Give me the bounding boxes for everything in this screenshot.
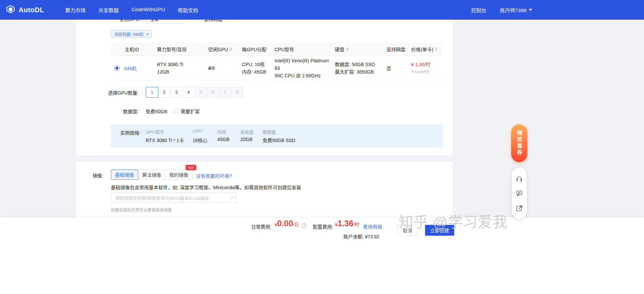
per-gpu-cpu: CPU: 16核 [242, 61, 269, 68]
autodl-logo-icon [5, 4, 16, 16]
fee-detail-link[interactable]: 费用明细 [363, 223, 382, 230]
free-gpu-used: 4 [208, 65, 211, 71]
tab-base-image[interactable]: 基础镜像 [111, 170, 138, 180]
account-balance: 账户余额: ¥73.82 [343, 233, 380, 240]
gpu-count-8: 8 [231, 87, 244, 98]
gpu-count-6: 6 [207, 87, 219, 98]
price-current: ¥ 1.36/时 [411, 61, 443, 68]
tab-my-image-label: 我的镜像 [169, 171, 188, 178]
sort-icon[interactable] [229, 47, 232, 51]
user-menu[interactable]: 炼丹师7398 [500, 6, 532, 14]
nav-item-market[interactable]: 算力市场 [65, 6, 85, 14]
gpu-count-4[interactable]: 4 [182, 87, 195, 98]
instance-spec-box: 实例规格: GPU型号 RTX 3080 Ti * 1卡 CPU 16核心 内存… [111, 124, 443, 148]
spec-gpu-model-name: GPU型号 [146, 129, 164, 135]
nav-item-help-docs[interactable]: 帮助文档 [178, 6, 198, 14]
tab-my-image[interactable]: 我的镜像 [165, 170, 193, 180]
tab-algo-image[interactable]: 算法镜像 [138, 170, 165, 180]
disk-data: 数据盘: 50GB SSD [335, 61, 381, 68]
chevron-down-icon [230, 195, 234, 199]
config-fee-value: 1.36 [338, 219, 354, 228]
gpu-count-2[interactable]: 2 [158, 87, 170, 98]
spec-system-disk-value: 20GB [240, 137, 253, 142]
expand-disk-checkbox[interactable] [173, 109, 178, 113]
cell-host-id: 048机 [111, 65, 152, 72]
instance-spec-label: 实例规格: [120, 129, 141, 136]
th-disk[interactable]: 硬盘 [329, 46, 381, 53]
account-balance-value: ¥73.82 [365, 234, 380, 239]
tag-close-icon[interactable]: × [146, 32, 149, 36]
config-fee-amount: ¥ 1.36 /时 [335, 219, 359, 228]
daily-fee-unit: /日 [293, 221, 299, 228]
coupon-button[interactable]: 领优惠券 [511, 124, 527, 162]
th-disk-label: 硬盘 [335, 46, 344, 53]
net-disk-value: 否 [386, 66, 391, 71]
th-net-disk: 支持网盘 [381, 46, 406, 53]
cell-per-gpu: CPU: 16核 内存: 45GB [237, 61, 269, 76]
brand-link[interactable]: AutoDL [5, 4, 44, 16]
create-button[interactable]: 立即创建 [425, 225, 454, 236]
per-gpu-mem: 内存: 45GB [242, 68, 269, 76]
config-fee-label: 配置费用: [313, 223, 333, 230]
framework-select-placeholder: 请选择框架名称/框架版本/Python版本/Cuda版本 [115, 195, 209, 201]
th-price-label: 价格(单卡) [411, 46, 433, 53]
host-table-header: 主机ID 算力型号/显存 空闲GPU 每GPU分配 CPU型号 硬盘 支持网盘 … [111, 42, 443, 56]
cell-cpu-model: Intel(R) Xeon(R) Platinum 83 50C CPU @ 2… [269, 57, 329, 79]
image-label: 镜像: [76, 172, 103, 179]
cell-free-gpu: 4/8 [203, 65, 237, 71]
daily-fee-amount: ¥ 0.00 /日 [275, 219, 299, 228]
framework-select[interactable]: 请选择框架名称/框架版本/Python版本/Cuda版本 [111, 193, 236, 203]
current-machine-tag-label: 当前机器: 048机 [114, 31, 144, 37]
current-machine-tag: 当前机器: 048机 × [111, 30, 152, 38]
console-link[interactable]: 控制台 [471, 6, 486, 14]
free-gpu-total: /8 [211, 65, 215, 71]
expand-disk-checkbox-label: 需要扩容 [181, 108, 200, 115]
config-fee-unit: /时 [354, 221, 360, 228]
host-radio[interactable] [114, 65, 120, 71]
cell-price: ¥ 1.36/时 ¥ 1.43/时 [406, 61, 443, 76]
gpu-count-options: 1 2 3 4 5 6 7 8 [146, 87, 244, 98]
data-disk-label: 数据盘: [76, 108, 139, 115]
side-toolbar [512, 168, 527, 219]
compose-icon[interactable] [516, 204, 523, 212]
th-price[interactable]: 价格(单卡) [406, 46, 443, 53]
th-gpu-model: 算力型号/显存 [152, 46, 203, 53]
customer-service-icon[interactable] [516, 175, 523, 182]
disk-expand: 最大扩容: 3850GB [335, 68, 381, 76]
gpu-count-1[interactable]: 1 [146, 87, 158, 98]
nav-item-shared-data[interactable]: 共享数据 [98, 6, 119, 14]
daily-fee-value: 0.00 [277, 219, 293, 228]
tab-algo-image-label: 算法镜像 [142, 171, 161, 178]
spec-cpu-name: CPU [193, 129, 202, 134]
spec-data-disk-value: 免费50GB SSD [263, 137, 295, 143]
data-disk-value: 免费50GB [146, 108, 167, 115]
th-host-id-label: 主机ID [125, 46, 139, 53]
gpu-count-3[interactable]: 3 [170, 87, 183, 98]
th-free-gpu[interactable]: 空闲GPU [203, 46, 237, 53]
account-balance-label: 账户余额: [343, 234, 364, 239]
sort-icon[interactable] [346, 47, 349, 51]
th-per-gpu: 每GPU分配 [237, 46, 269, 53]
gpu-model-vram: 12GB [157, 68, 203, 76]
cell-net-disk: 否 [381, 65, 406, 72]
missing-env-link[interactable]: 没有我要的环境? [196, 172, 232, 179]
host-table: 主机ID 算力型号/显存 空闲GPU 每GPU分配 CPU型号 硬盘 支持网盘 … [111, 42, 443, 80]
cpu-model-line1: Intel(R) Xeon(R) Platinum 83 [275, 57, 329, 72]
sort-icon[interactable] [435, 47, 438, 51]
spec-data-disk-name: 数据盘 [263, 129, 276, 135]
th-per-gpu-label: 每GPU分配 [242, 46, 266, 53]
username: 炼丹师7398 [500, 6, 526, 14]
coupon-label: 领优惠券 [516, 130, 523, 156]
host-id-link[interactable]: 048机 [124, 65, 137, 72]
hot-badge: hot [186, 165, 196, 170]
cell-disk: 数据盘: 50GB SSD 最大扩容: 3850GB [329, 61, 381, 76]
spec-system-disk-name: 系统盘 [240, 129, 254, 135]
th-cpu-model-label: CPU型号 [275, 46, 294, 53]
help-icon[interactable]: ? [302, 223, 307, 228]
navbar-right: 控制台 炼丹师7398 [471, 0, 532, 20]
nav-item-codewithgpu[interactable]: CodeWithGPU [132, 6, 165, 14]
message-icon[interactable] [516, 190, 523, 197]
chevron-down-icon [529, 9, 532, 11]
daily-fee-label: 日常费用: [251, 223, 271, 230]
cancel-button[interactable]: 取消 [397, 225, 418, 236]
